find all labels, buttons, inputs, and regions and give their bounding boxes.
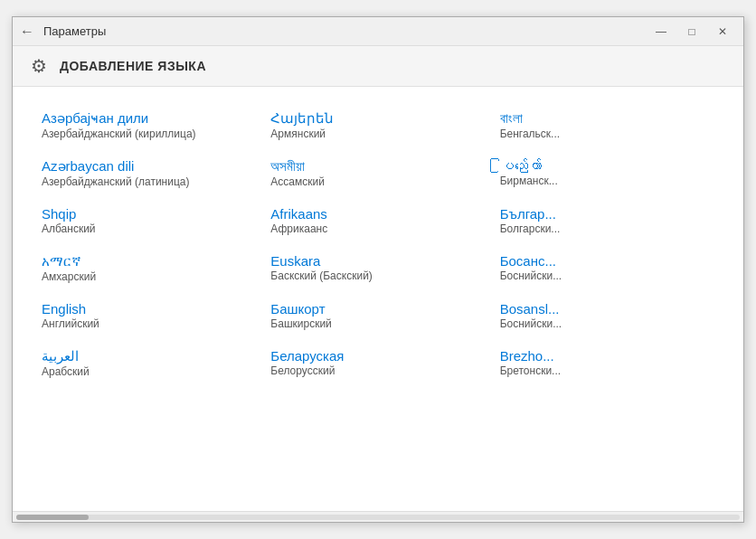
minimize-button[interactable]: — [647,23,675,41]
scrollbar-track [16,515,740,520]
language-subname: Баскский (Баскский) [270,270,485,282]
language-subname: Боснийски... [500,270,714,282]
list-item[interactable]: EuskaraБаскский (Баскский) [263,244,492,292]
list-item[interactable]: ShqipАлбанский [34,197,263,244]
back-button[interactable]: ← [20,24,34,40]
language-name: English [42,301,256,317]
list-item[interactable]: ပြည်တော်Бирманск... [493,149,722,197]
maximize-button[interactable]: □ [678,23,705,41]
language-name: Босанс... [500,253,714,269]
titlebar: ← Параметры — □ ✕ [13,17,743,46]
language-subname: Албанский [42,222,256,235]
list-item[interactable]: አማርኛАмхарский [34,244,263,292]
list-item[interactable]: БашкортБашкирский [263,292,492,339]
language-subname: Бретонски... [500,364,714,377]
list-item[interactable]: Българ...Болгарски... [493,197,722,244]
language-name: Brezho... [500,348,714,364]
window-title: Параметры [43,24,647,38]
language-subname: Азербайджанский (латиница) [42,175,256,188]
language-name: Shqip [42,206,256,222]
language-name: Беларуская [270,348,485,364]
scrollbar-thumb[interactable] [16,515,89,520]
language-subname: Бирманск... [500,175,714,187]
language-name: বাংলা [500,110,714,127]
language-list-content[interactable]: Азәрбајҹан дилиАзербайджанский (кириллиц… [13,87,743,511]
close-button[interactable]: ✕ [709,23,736,41]
language-subname: Амхарский [42,270,256,283]
language-subname: Азербайджанский (кириллица) [42,128,256,140]
list-item[interactable]: Bosansl...Боснийски... [493,292,722,339]
app-window: ← Параметры — □ ✕ ⚙ ДОБАВЛЕНИЕ ЯЗЫКА Азә… [12,16,744,523]
language-grid: Азәрбајҹан дилиАзербайджанский (кириллиц… [34,101,722,387]
language-name: Euskara [270,253,485,269]
list-item[interactable]: বাংলাБенгальск... [493,101,722,149]
language-subname: Белорусский [270,364,485,377]
list-item[interactable]: Азәрбајҹан дилиАзербайджанский (кириллиц… [34,101,263,149]
language-name: Հայերեն [270,110,485,127]
language-name: Afrikaans [270,206,485,222]
list-item[interactable]: Brezho...Бретонски... [493,339,722,387]
language-name: Българ... [500,206,714,222]
window-controls: — □ ✕ [647,23,736,41]
language-name: Азәрбајҹан дили [42,110,256,127]
list-item[interactable]: Azərbaycan diliАзербайджанский (латиница… [34,149,263,197]
list-item[interactable]: ՀայերենАрмянский [263,101,492,149]
page-title: ДОБАВЛЕНИЕ ЯЗЫКА [60,59,206,73]
language-subname: Боснийски... [500,317,714,330]
language-name: ပြည်တော် [500,158,714,174]
list-item[interactable]: EnglishАнглийский [34,292,263,339]
language-name: العربية [42,348,256,364]
language-subname: Африкаанс [270,222,485,235]
language-subname: Башкирский [270,317,485,330]
list-item[interactable]: AfrikaansАфрикаанс [263,197,492,244]
language-name: Bosansl... [500,301,714,317]
language-subname: Армянский [270,128,485,140]
list-item[interactable]: БеларускаяБелорусский [263,339,492,387]
language-name: Башкорт [270,301,485,317]
language-name: አማርኛ [42,253,256,270]
list-item[interactable]: অসমীয়াАссамский [263,149,492,197]
language-subname: Английский [42,317,256,330]
language-name: অসমীয়া [270,158,485,175]
language-subname: Бенгальск... [500,128,714,140]
list-item[interactable]: العربيةАрабский [34,339,263,387]
language-name: Azərbaycan dili [42,158,256,175]
language-subname: Арабский [42,365,256,378]
page-header: ⚙ ДОБАВЛЕНИЕ ЯЗЫКА [13,46,743,87]
language-subname: Болгарски... [500,222,714,235]
scrollbar[interactable] [13,511,743,522]
list-item[interactable]: Босанс...Боснийски... [493,244,722,292]
language-subname: Ассамский [270,175,485,188]
settings-icon: ⚙ [31,55,47,77]
